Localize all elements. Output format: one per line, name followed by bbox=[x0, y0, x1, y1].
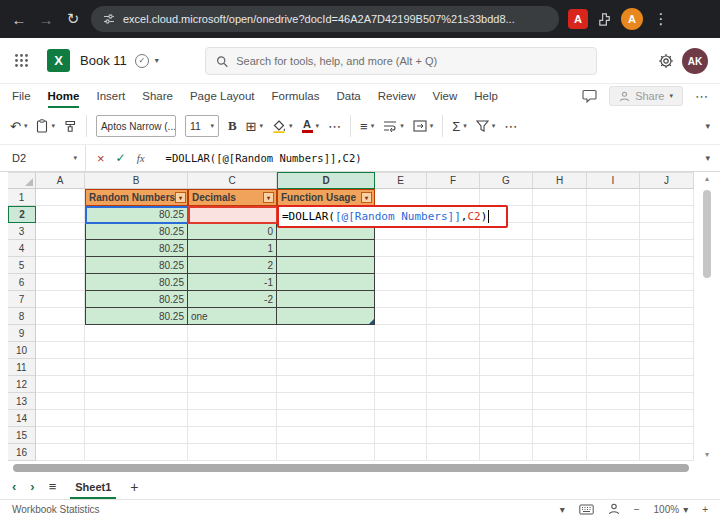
grid-cell-E6[interactable] bbox=[375, 274, 427, 291]
grid-cell-F8[interactable] bbox=[427, 308, 480, 325]
grid-cell-E8[interactable] bbox=[375, 308, 427, 325]
app-launcher-icon[interactable] bbox=[14, 53, 29, 68]
ribbon-tab-share[interactable]: Share bbox=[142, 84, 173, 108]
grid-cell-B5[interactable]: 80.25 bbox=[85, 257, 188, 274]
grid-cell-G1[interactable] bbox=[480, 189, 533, 206]
grid-cell-G8[interactable] bbox=[480, 308, 533, 325]
grid-cell-I8[interactable] bbox=[587, 308, 640, 325]
column-header-G[interactable]: G bbox=[480, 172, 533, 189]
grid-cell-F13[interactable] bbox=[427, 393, 480, 410]
grid-cell-E13[interactable] bbox=[375, 393, 427, 410]
grid-cell-C3[interactable]: 0 bbox=[188, 223, 277, 240]
grid-cell-C12[interactable] bbox=[188, 376, 277, 393]
undo-button[interactable]: ↶ ▾ bbox=[10, 119, 27, 134]
grid-cell-G12[interactable] bbox=[480, 376, 533, 393]
grid-cell-C9[interactable] bbox=[188, 325, 277, 342]
forward-icon[interactable]: → bbox=[37, 11, 55, 28]
grid-cell-B6[interactable]: 80.25 bbox=[85, 274, 188, 291]
horizontal-scroll-thumb[interactable] bbox=[13, 464, 689, 472]
settings-gear-icon[interactable] bbox=[658, 53, 674, 69]
ribbon-tab-file[interactable]: File bbox=[12, 84, 31, 108]
grid-cell-B7[interactable]: 80.25 bbox=[85, 291, 188, 308]
grid-cell-H7[interactable] bbox=[533, 291, 587, 308]
confirm-entry-icon[interactable]: ✓ bbox=[116, 151, 126, 165]
grid-cell-F16[interactable] bbox=[427, 444, 480, 461]
grid-cell-J15[interactable] bbox=[640, 427, 694, 444]
grid-cell-B2[interactable]: 80.25 bbox=[85, 206, 188, 223]
grid-cell-C11[interactable] bbox=[188, 359, 277, 376]
grid-cell-C14[interactable] bbox=[188, 410, 277, 427]
zoom-in-icon[interactable]: + bbox=[702, 504, 708, 515]
grid-cell-E12[interactable] bbox=[375, 376, 427, 393]
grid-cell-G14[interactable] bbox=[480, 410, 533, 427]
grid-cell-B8[interactable]: 80.25 bbox=[85, 308, 188, 325]
grid-cell-I13[interactable] bbox=[587, 393, 640, 410]
scroll-up-icon[interactable]: ▴ bbox=[705, 174, 709, 183]
grid-cell-C16[interactable] bbox=[188, 444, 277, 461]
column-header-B[interactable]: B bbox=[85, 172, 188, 189]
row-header-16[interactable]: 16 bbox=[8, 444, 36, 461]
grid-cell-G10[interactable] bbox=[480, 342, 533, 359]
grid-cell-H13[interactable] bbox=[533, 393, 587, 410]
grid-cell-H15[interactable] bbox=[533, 427, 587, 444]
grid-cell-A15[interactable] bbox=[36, 427, 85, 444]
ribbon-tab-review[interactable]: Review bbox=[378, 84, 416, 108]
row-header-7[interactable]: 7 bbox=[8, 291, 36, 308]
row-header-5[interactable]: 5 bbox=[8, 257, 36, 274]
grid-cell-I10[interactable] bbox=[587, 342, 640, 359]
column-header-E[interactable]: E bbox=[375, 172, 427, 189]
vertical-scroll-thumb[interactable] bbox=[703, 190, 711, 278]
row-header-9[interactable]: 9 bbox=[8, 325, 36, 342]
grid-cell-J13[interactable] bbox=[640, 393, 694, 410]
grid-cell-D10[interactable] bbox=[277, 342, 375, 359]
extensions-icon[interactable] bbox=[597, 12, 612, 27]
grid-cell-I7[interactable] bbox=[587, 291, 640, 308]
keyboard-icon[interactable] bbox=[579, 504, 594, 515]
column-header-H[interactable]: H bbox=[533, 172, 587, 189]
grid-cell-H4[interactable] bbox=[533, 240, 587, 257]
merge-cells-button[interactable]: ▾ bbox=[413, 120, 434, 132]
font-size-select[interactable]: 11 ▾ bbox=[185, 115, 219, 137]
name-box[interactable]: D2 ▾ bbox=[0, 145, 86, 171]
alignment-button[interactable]: ≡ ▾ bbox=[360, 119, 374, 134]
toolbar-overflow-button[interactable]: ⋯ bbox=[504, 119, 517, 134]
grid-cell-D16[interactable] bbox=[277, 444, 375, 461]
grid-cell-F9[interactable] bbox=[427, 325, 480, 342]
grid-cell-I2[interactable] bbox=[587, 206, 640, 223]
grid-cell-H11[interactable] bbox=[533, 359, 587, 376]
font-color-button[interactable]: A ▾ bbox=[302, 119, 320, 133]
column-header-I[interactable]: I bbox=[587, 172, 640, 189]
formula-input[interactable]: =DOLLAR([@[Random Numbers]],C2) bbox=[166, 152, 362, 164]
grid-cell-A11[interactable] bbox=[36, 359, 85, 376]
grid-cell-C4[interactable]: 1 bbox=[188, 240, 277, 257]
workbook-menu-chevron-icon[interactable]: ▾ bbox=[155, 56, 159, 65]
ribbon-collapse-icon[interactable]: ▾ bbox=[705, 121, 710, 131]
scroll-down-icon[interactable]: ▾ bbox=[705, 450, 709, 459]
cancel-entry-icon[interactable]: × bbox=[97, 151, 105, 166]
grid-cell-C6[interactable]: -1 bbox=[188, 274, 277, 291]
grid-cell-G7[interactable] bbox=[480, 291, 533, 308]
grid-cell-G5[interactable] bbox=[480, 257, 533, 274]
column-header-F[interactable]: F bbox=[427, 172, 480, 189]
grid-cell-A1[interactable] bbox=[36, 189, 85, 206]
grid-cell-H1[interactable] bbox=[533, 189, 587, 206]
grid-cell-C15[interactable] bbox=[188, 427, 277, 444]
grid-cell-G15[interactable] bbox=[480, 427, 533, 444]
site-controls-icon[interactable] bbox=[103, 13, 115, 25]
filter-button[interactable]: ▾ bbox=[263, 192, 274, 203]
grid-cell-A2[interactable] bbox=[36, 206, 85, 223]
row-header-12[interactable]: 12 bbox=[8, 376, 36, 393]
grid-cell-D4[interactable] bbox=[277, 240, 375, 257]
column-header-J[interactable]: J bbox=[640, 172, 694, 189]
grid-cell-D14[interactable] bbox=[277, 410, 375, 427]
grid-cell-F5[interactable] bbox=[427, 257, 480, 274]
grid-cell-C5[interactable]: 2 bbox=[188, 257, 277, 274]
grid-cell-D5[interactable] bbox=[277, 257, 375, 274]
grid-cell-I9[interactable] bbox=[587, 325, 640, 342]
grid-cell-F11[interactable] bbox=[427, 359, 480, 376]
borders-button[interactable]: ⊞ ▾ bbox=[246, 119, 263, 134]
grid-cell-I3[interactable] bbox=[587, 223, 640, 240]
grid-cell-D9[interactable] bbox=[277, 325, 375, 342]
grid-cell-B15[interactable] bbox=[85, 427, 188, 444]
grid-cell-G16[interactable] bbox=[480, 444, 533, 461]
